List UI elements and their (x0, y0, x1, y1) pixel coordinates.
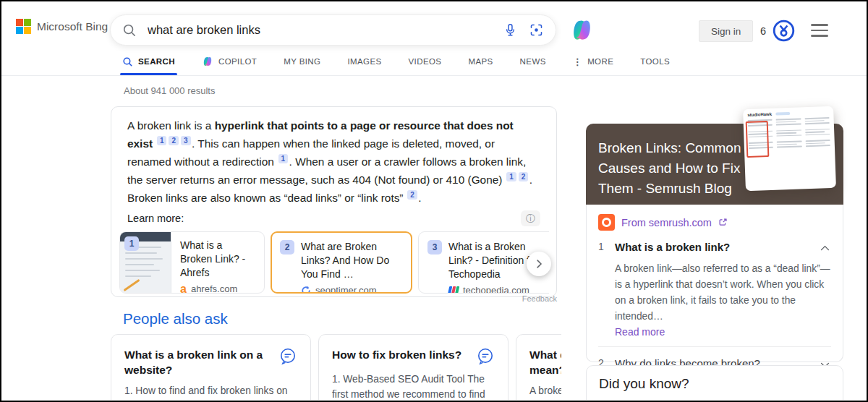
main-content: About 941 000 results A broken link is a… (1, 76, 867, 400)
did-you-know-card[interactable]: Did you know? (586, 365, 843, 400)
external-link-icon (718, 218, 728, 227)
result-source: seoptimer.com (315, 285, 377, 294)
semrush-logo-icon (598, 214, 615, 231)
tab-videos[interactable]: VIDEOS (409, 48, 442, 75)
copilot-icon[interactable] (569, 17, 595, 45)
brand-text: Microsoft Bing (37, 20, 108, 33)
citation-badge[interactable]: 2 (519, 172, 529, 181)
result-number-badge: 2 (280, 240, 294, 255)
paa-question: What does a broken link mean? (529, 347, 561, 377)
bing-search-page: Microsoft Bing (0, 0, 868, 402)
did-you-know-heading: Did you know? (599, 376, 830, 392)
rewards-medal-icon (773, 20, 795, 42)
info-button[interactable]: ⓘ (521, 210, 540, 226)
rewards-button[interactable]: 6 (756, 19, 799, 43)
visual-search-icon[interactable] (529, 22, 544, 38)
citation-badge[interactable]: 1 (506, 172, 516, 181)
rewards-count: 6 (760, 25, 766, 37)
learn-more-card-ahrefs[interactable]: 1 What is a Broken Link? - Ahrefs a ahre… (119, 231, 265, 294)
citation-badge[interactable]: 1 (278, 154, 289, 163)
qa-item-1-header[interactable]: 1 What is a broken link? (598, 241, 831, 255)
article-thumbnail[interactable]: studioHawk (743, 106, 836, 191)
tab-more[interactable]: ⋮ MORE (573, 48, 614, 75)
citation-badge[interactable]: 2 (169, 136, 179, 145)
citation-badge[interactable]: 2 (407, 190, 417, 200)
qa-question: What is a broken link? (615, 241, 810, 253)
search-icon (122, 23, 137, 38)
ahrefs-logo-icon: a (180, 284, 187, 294)
more-dots-icon: ⋮ (573, 56, 582, 67)
mic-icon[interactable] (503, 22, 518, 38)
chat-bubble-icon (476, 347, 495, 366)
article-title: Broken Links: Common Causes and How to F… (598, 140, 741, 196)
bing-brand[interactable]: Microsoft Bing (16, 19, 108, 34)
result-number-badge: 3 (427, 240, 442, 255)
paa-snippet: A broken link is a hyperlink that no lon… (529, 383, 561, 400)
result-number-badge: 1 (124, 236, 139, 251)
paa-question: How to fix broken links? (332, 347, 469, 366)
result-thumbnail: 1 (120, 232, 171, 293)
people-also-ask-cards: What is a broken link on a website? 1. H… (111, 334, 561, 400)
result-source: ahrefs.com (191, 283, 237, 294)
paa-snippet: 1. Web-Based SEO Audit Tool The first me… (332, 372, 495, 400)
source-label: From semrush.com (621, 217, 712, 228)
techopedia-logo-icon (448, 286, 459, 294)
learn-more-label: Learn more: (127, 213, 184, 224)
paa-card[interactable]: What is a broken link on a website? 1. H… (111, 334, 311, 400)
tab-my-bing[interactable]: MY BING (284, 48, 320, 75)
tab-news[interactable]: NEWS (520, 48, 546, 75)
paa-question: What is a broken link on a website? (124, 347, 271, 377)
read-more-link[interactable]: Read more (615, 326, 831, 338)
people-also-ask-heading: People also ask (123, 310, 228, 328)
seoptimer-logo-icon (301, 286, 311, 294)
qa-answer: A broken link—also referred to as a “dea… (615, 261, 831, 325)
source-link[interactable]: From semrush.com (598, 214, 831, 231)
learn-more-card-seoptimer[interactable]: 2 What are Broken Links? And How Do You … (271, 231, 412, 294)
answer-text: A broken link is a hyperlink that points… (127, 116, 540, 207)
result-title: What are Broken Links? And How Do You Fi… (301, 240, 403, 281)
tab-search[interactable]: SEARCH (122, 48, 175, 75)
chat-bubble-icon (278, 347, 297, 377)
thumbnail-highlight-box (746, 121, 770, 158)
chevron-up-icon (819, 242, 831, 255)
result-title: What is a Broken Link? - Ahrefs (180, 239, 257, 280)
microsoft-logo-icon (16, 19, 31, 34)
learn-more-carousel: 1 What is a Broken Link? - Ahrefs a ahre… (119, 231, 549, 294)
search-input[interactable] (146, 22, 503, 38)
paa-snippet: 1. How to find and fix broken links on (124, 383, 297, 398)
tab-tools[interactable]: TOOLS (640, 48, 670, 75)
search-icon (122, 56, 133, 67)
tab-copilot[interactable]: COPILOT (202, 48, 257, 75)
tab-images[interactable]: IMAGES (347, 48, 381, 75)
search-box (110, 14, 556, 46)
tab-maps[interactable]: MAPS (468, 48, 493, 75)
paa-card[interactable]: What does a broken link mean? A broken l… (516, 334, 561, 400)
results-count: About 941 000 results (124, 85, 215, 96)
header: Microsoft Bing (1, 1, 867, 48)
feedback-link[interactable]: Feedback (111, 294, 557, 303)
paa-card[interactable]: How to fix broken links? 1. Web-Based SE… (318, 334, 509, 400)
carousel-next-button[interactable] (527, 252, 551, 276)
article-qa-card: From semrush.com 1 What is a broken link… (586, 205, 843, 362)
answer-card: A broken link is a hyperlink that points… (111, 106, 557, 297)
copilot-icon (202, 56, 213, 67)
citation-badge[interactable]: 1 (157, 136, 167, 145)
sign-in-button[interactable]: Sign in (699, 20, 753, 42)
result-source: techopedia.com (463, 285, 529, 294)
divider (598, 346, 831, 347)
citation-badge[interactable]: 3 (181, 136, 191, 145)
hamburger-menu-button[interactable] (811, 24, 828, 37)
info-icon: ⓘ (526, 213, 535, 224)
thumbnail-brand-text: studioHawk (747, 112, 772, 117)
nav-tabs: SEARCH COPILOT MY BING IMAGES VIDEOS MAP… (1, 48, 867, 76)
